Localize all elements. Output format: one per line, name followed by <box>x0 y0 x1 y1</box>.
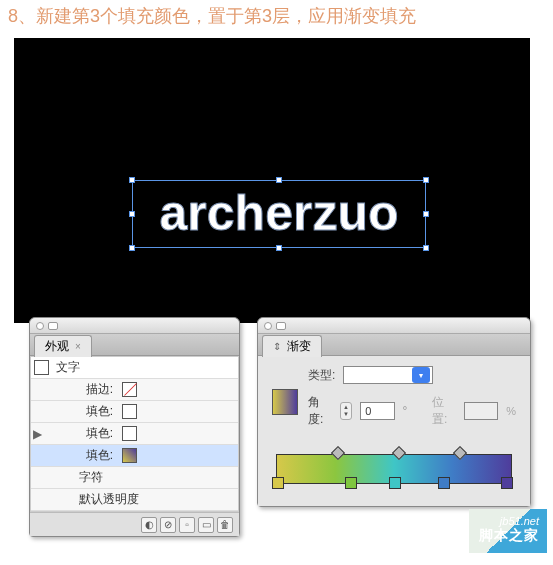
appearance-row-fill[interactable]: 填色: <box>31 401 238 423</box>
selection-handle[interactable] <box>276 177 282 183</box>
new-item-icon[interactable]: ◐ <box>141 517 157 533</box>
angle-label: 角度: <box>308 394 332 428</box>
appearance-row-stroke[interactable]: 描边: <box>31 379 238 401</box>
tab-gradient[interactable]: ⇕ 渐变 <box>262 335 322 357</box>
appearance-list: 文字 描边: 填色: ▶ 填色: 填色: 字符 默认透明度 <box>30 356 239 512</box>
tab-label: 外观 <box>45 338 69 355</box>
selection-handle[interactable] <box>276 245 282 251</box>
dropdown-arrow-icon: ▾ <box>412 367 430 383</box>
watermark-site: 脚本之家 <box>479 527 539 543</box>
not-allowed-icon[interactable]: ⊘ <box>160 517 176 533</box>
swatch-icon <box>34 360 49 375</box>
panel-tabs: ⇕ 渐变 <box>258 334 530 356</box>
minimize-icon[interactable] <box>48 322 58 330</box>
row-label: 填色: <box>73 403 119 420</box>
gradient-ramp[interactable] <box>272 446 516 484</box>
appearance-row-text[interactable]: 文字 <box>31 357 238 379</box>
row-label: 描边: <box>73 381 119 398</box>
selection-box <box>132 180 426 248</box>
row-label: 默认透明度 <box>79 491 139 508</box>
gradient-body: 类型: ▾ 角度: ▲▼ 0 ° 位置: % <box>258 356 530 506</box>
step-instruction: 8、新建第3个填充颜色，置于第3层，应用渐变填充 <box>0 0 553 38</box>
selection-handle[interactable] <box>129 245 135 251</box>
disclosure-icon[interactable]: ▶ <box>31 427 43 441</box>
tab-label: 渐变 <box>287 338 311 355</box>
watermark-url: jb51.net <box>479 515 539 527</box>
type-label: 类型: <box>308 367 335 384</box>
trash-icon[interactable]: 🗑 <box>217 517 233 533</box>
angle-input[interactable]: 0 <box>360 402 394 420</box>
compress-icon: ⇕ <box>273 341 281 352</box>
panel-footer: ◐ ⊘ ▫ ▭ 🗑 <box>30 512 239 536</box>
appearance-row-fill-selected[interactable]: 填色: <box>31 445 238 467</box>
selection-handle[interactable] <box>423 245 429 251</box>
row-label: 填色: <box>73 447 119 464</box>
minimize-icon[interactable] <box>276 322 286 330</box>
appearance-row-fill[interactable]: ▶ 填色: <box>31 423 238 445</box>
no-stroke-icon <box>122 382 137 397</box>
gradient-stop[interactable] <box>389 477 400 492</box>
swatch-icon <box>122 426 137 441</box>
row-label: 文字 <box>56 359 80 376</box>
panel-tabs: 外观 × <box>30 334 239 356</box>
angle-stepper[interactable]: ▲▼ <box>340 402 352 420</box>
row-label: 填色: <box>73 425 119 442</box>
panel-titlebar[interactable] <box>258 318 530 334</box>
close-icon[interactable] <box>264 322 272 330</box>
appearance-row-transparency[interactable]: 默认透明度 <box>31 489 238 511</box>
gradient-stop[interactable] <box>501 477 512 492</box>
gradient-stop[interactable] <box>345 477 356 492</box>
selection-handle[interactable] <box>423 211 429 217</box>
gradient-stop[interactable] <box>272 477 283 492</box>
gradient-swatch-icon <box>122 448 137 463</box>
selection-handle[interactable] <box>423 177 429 183</box>
tab-close-icon[interactable]: × <box>75 341 81 352</box>
gradient-stop[interactable] <box>438 477 449 492</box>
artboard[interactable]: archerzuo <box>14 38 530 323</box>
watermark: jb51.net 脚本之家 <box>469 509 547 553</box>
text-object[interactable]: archerzuo <box>136 184 422 244</box>
row-label: 字符 <box>79 469 103 486</box>
appearance-row-char[interactable]: 字符 <box>31 467 238 489</box>
selection-handle[interactable] <box>129 177 135 183</box>
appearance-panel: 外观 × 文字 描边: 填色: ▶ 填色: 填色: <box>29 317 240 537</box>
position-label: 位置: <box>432 394 456 428</box>
position-input <box>464 402 498 420</box>
selection-handle[interactable] <box>129 211 135 217</box>
gradient-preview[interactable] <box>272 389 298 415</box>
percent-label: % <box>506 405 516 417</box>
duplicate-icon[interactable]: ▫ <box>179 517 195 533</box>
new-icon[interactable]: ▭ <box>198 517 214 533</box>
close-icon[interactable] <box>36 322 44 330</box>
gradient-panel: ⇕ 渐变 类型: ▾ 角度: ▲▼ 0 ° 位置: <box>257 317 531 507</box>
tab-appearance[interactable]: 外观 × <box>34 335 92 357</box>
swatch-icon <box>122 404 137 419</box>
gradient-type-dropdown[interactable]: ▾ <box>343 366 433 384</box>
panel-titlebar[interactable] <box>30 318 239 334</box>
